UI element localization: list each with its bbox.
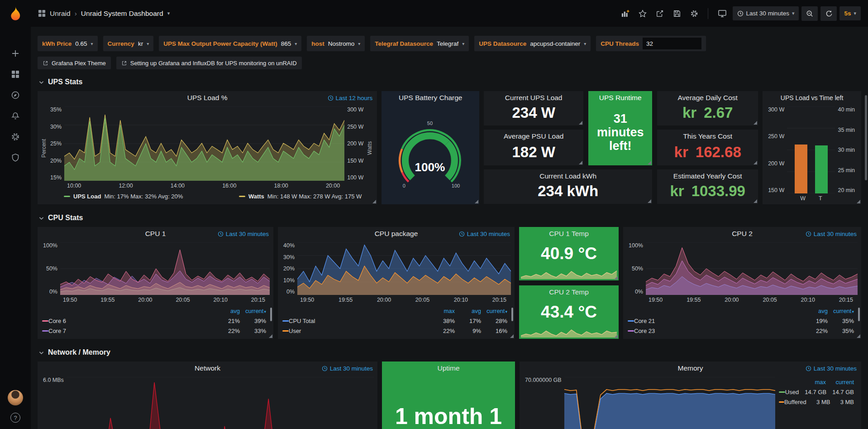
legend-col-avg[interactable]: avg (214, 308, 240, 314)
shield-icon[interactable] (11, 153, 20, 162)
legend-row[interactable]: Used 14.7 GB 14.7 GB (779, 387, 854, 397)
panel-time-badge[interactable]: Last 30 minutes (806, 362, 857, 375)
legend-col-avg[interactable]: avg (801, 308, 828, 314)
cycle-view-monitor-icon[interactable] (715, 6, 730, 21)
panel-title[interactable]: Estimated Yearly Cost (657, 172, 758, 180)
legend-ups-load[interactable]: UPS Load Min: 17% Max: 32% Avg: 20% (64, 193, 183, 200)
panel-title[interactable]: UPS Battery Charge (399, 94, 462, 102)
section-network-memory[interactable]: Network / Memory (38, 347, 861, 358)
legend-watts[interactable]: Watts Min: 148 W Max: 278 W Avg: 175 W (239, 193, 362, 200)
section-ups-stats[interactable]: UPS Stats (38, 77, 861, 87)
legend-col-current[interactable]: current▾ (240, 308, 266, 314)
panel-title[interactable]: Current UPS Load (484, 94, 583, 102)
legend-row[interactable]: Core 23 22% 35% (628, 326, 854, 336)
panel-resize-handle[interactable] (648, 199, 651, 203)
memory-chart[interactable]: 70.000000 GB60.000000 GB50.000000 GB (522, 377, 775, 429)
network-chart[interactable]: 6.0 MBs4.0 MBs2.0 MBs (40, 377, 374, 429)
panel-title[interactable]: CPU 1 (145, 230, 166, 238)
panel-resize-handle[interactable] (372, 200, 376, 203)
variable-ups-max-output[interactable]: UPS Max Output Power Capacity (Watt) 865… (159, 36, 301, 51)
legend-row[interactable]: User 22% 9% 16% (282, 326, 507, 336)
section-cpu-stats[interactable]: CPU Stats (38, 212, 861, 223)
zoom-out-button[interactable] (801, 6, 818, 21)
variable-ups-datasource[interactable]: UPS Datasource apcupsd-container ▾ (474, 36, 591, 51)
star-button[interactable] (635, 7, 650, 20)
variable-value[interactable]: kr (138, 40, 143, 47)
bar-W[interactable] (795, 145, 807, 193)
user-avatar[interactable] (8, 390, 23, 405)
panel-time-badge[interactable]: Last 30 minutes (218, 227, 269, 241)
breadcrumb-folder[interactable]: Unraid (50, 10, 71, 18)
panel-resize-handle[interactable] (754, 121, 757, 125)
panel-resize-handle[interactable] (475, 200, 478, 203)
panel-title[interactable]: CPU 2 (732, 230, 753, 238)
variable-value[interactable]: 865 (281, 40, 291, 47)
cpu1-chart[interactable]: 100%50%0%19:5019:5520:0020:0520:1020:15 (40, 242, 270, 304)
panel-resize-handle[interactable] (614, 276, 618, 280)
panel-resize-handle[interactable] (857, 334, 860, 338)
panel-time-badge[interactable]: Last 30 minutes (459, 227, 510, 241)
grafana-logo-icon[interactable] (6, 5, 25, 24)
breadcrumb-page-title[interactable]: Unraid System Dashboard (81, 10, 163, 18)
page-scrollbar[interactable] (865, 95, 867, 180)
legend-row[interactable]: Core 7 22% 33% (42, 326, 266, 336)
cpu-threads-input[interactable] (643, 38, 701, 49)
legend-row[interactable]: CPU Total 38% 17% 28% (282, 316, 507, 326)
panel-resize-handle[interactable] (614, 334, 618, 338)
variable-value[interactable]: Telegraf (437, 40, 458, 47)
panel-title[interactable]: Current Load kWh (484, 172, 652, 180)
chevron-down-icon[interactable]: ▾ (167, 10, 170, 16)
refresh-interval-dropdown[interactable]: 5s ▾ (839, 6, 861, 20)
variable-kwh-price[interactable]: kWh Price 0.65 ▾ (38, 36, 98, 51)
legend-col-current[interactable]: current▾ (481, 308, 507, 314)
dashboard-settings-button[interactable] (687, 7, 701, 20)
legend-col-current[interactable]: current▾ (828, 308, 854, 314)
panel-title[interactable]: Memory (678, 364, 703, 372)
save-button[interactable] (670, 7, 684, 20)
panel-title[interactable]: UPS Load % (187, 94, 228, 102)
panel-title[interactable]: This Years Cost (657, 132, 758, 140)
plus-icon[interactable] (11, 49, 20, 58)
legend-scrollbar[interactable] (270, 308, 272, 321)
variable-value[interactable]: apcupsd-container (530, 40, 580, 47)
panel-title[interactable]: Average Daily Cost (657, 94, 758, 102)
panel-title[interactable]: CPU 2 Temp (549, 288, 589, 296)
variable-cpu-threads[interactable]: CPU Threads (596, 36, 706, 51)
panel-title[interactable]: UPS Runtime (588, 94, 652, 102)
battery-gauge[interactable]: 050100100% (384, 106, 476, 202)
legend-row[interactable]: Core 6 21% 39% (42, 316, 266, 326)
cpu-package-chart[interactable]: 40%30%20%10%0%19:5019:5520:0020:0520:102… (281, 242, 511, 304)
panel-title[interactable]: Network (195, 364, 220, 372)
panel-resize-handle[interactable] (754, 161, 757, 164)
panel-resize-handle[interactable] (648, 161, 651, 164)
ups-load-chart[interactable]: Percent35%30%25%20%15%10:0012:0014:0016:… (40, 106, 373, 190)
variable-currency[interactable]: Currency kr ▾ (103, 36, 154, 51)
panel-time-badge[interactable]: Last 30 minutes (806, 227, 857, 241)
cpu2-chart[interactable]: 100%50%0%19:5019:5520:0020:0520:1020:15 (626, 242, 858, 304)
panel-title[interactable]: Uptime (437, 364, 459, 372)
dashboard-link-grafana-plex-theme[interactable]: Grafana Plex Theme (38, 57, 111, 69)
dashboard-link-ups-monitoring-guide[interactable]: Setting up Grafana and InfluxDB for UPS … (116, 57, 302, 69)
legend-col-max[interactable]: max (798, 379, 826, 386)
legend-scrollbar[interactable] (858, 308, 860, 321)
panel-time-badge[interactable]: Last 30 minutes (322, 362, 373, 375)
dashboard-grid-icon[interactable] (38, 10, 46, 17)
panel-title[interactable]: Average PSU Load (484, 132, 583, 140)
panel-resize-handle[interactable] (857, 200, 860, 203)
time-range-picker[interactable]: Last 30 minutes ▾ (733, 6, 799, 20)
legend-scrollbar[interactable] (511, 308, 513, 321)
dashboards-icon[interactable] (11, 70, 20, 79)
legend-col-max[interactable]: max (429, 308, 455, 314)
panel-resize-handle[interactable] (269, 334, 272, 338)
variable-host[interactable]: host Nostromo ▾ (307, 36, 365, 51)
help-icon[interactable]: ? (10, 413, 20, 423)
panel-resize-handle[interactable] (579, 121, 582, 125)
variable-value[interactable]: Nostromo (328, 40, 355, 47)
bar-T[interactable] (815, 145, 828, 193)
share-button[interactable] (653, 7, 667, 20)
legend-row[interactable]: Buffered 3 MB 3 MB (779, 397, 854, 407)
add-panel-button[interactable] (618, 6, 633, 20)
panel-title[interactable]: UPS Load vs Time left (781, 94, 844, 101)
explore-compass-icon[interactable] (11, 91, 20, 100)
panel-resize-handle[interactable] (754, 199, 757, 203)
